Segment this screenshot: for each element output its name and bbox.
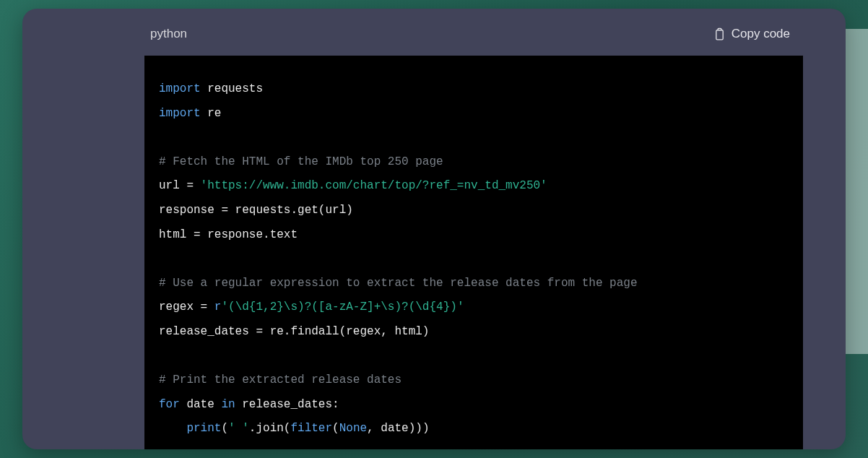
clipboard-icon — [714, 27, 725, 40]
code-line: import re — [159, 102, 789, 126]
code-line: regex = r'(\d{1,2}\s)?([a-zA-Z]+\s)?(\d{… — [159, 295, 789, 320]
copy-code-button[interactable]: Copy code — [714, 27, 790, 41]
code-line: response = requests.get(url) — [159, 199, 789, 223]
code-line: # Use a regular expression to extract th… — [159, 272, 789, 296]
code-block-card: python Copy code import requests import … — [22, 9, 846, 449]
code-block-header: python Copy code — [137, 18, 803, 50]
code-line: html = response.text — [159, 223, 789, 248]
code-line-blank — [159, 126, 789, 150]
code-line: # Fetch the HTML of the IMDb top 250 pag… — [159, 150, 789, 175]
language-label: python — [150, 27, 187, 41]
code-content: import requests import re # Fetch the HT… — [144, 56, 803, 449]
code-line: release_dates = re.findall(regex, html) — [159, 320, 789, 345]
copy-code-label: Copy code — [732, 27, 790, 41]
code-line-blank — [159, 247, 789, 272]
code-line: print(' '.join(filter(None, date))) — [159, 417, 789, 441]
code-line: # Print the extracted release dates — [159, 368, 789, 393]
code-line: import requests — [159, 77, 789, 102]
code-line: for date in release_dates: — [159, 393, 789, 418]
code-line: url = 'https://www.imdb.com/chart/top/?r… — [159, 174, 789, 199]
svg-rect-0 — [716, 30, 723, 40]
code-line-blank — [159, 345, 789, 369]
